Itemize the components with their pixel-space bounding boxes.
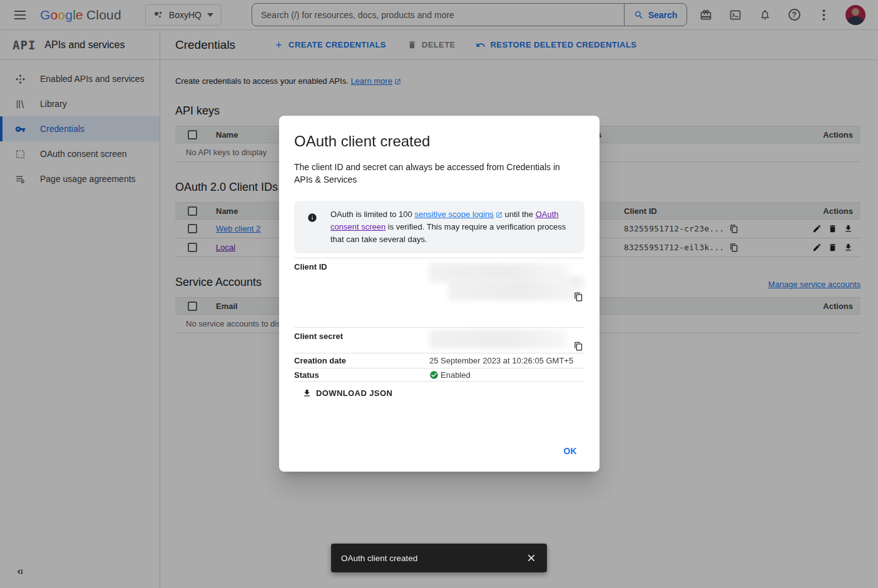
redacted-value bbox=[429, 330, 567, 348]
client-details: Client ID Client secret Creation date 25… bbox=[294, 258, 584, 382]
oauth-client-created-dialog: OAuth client created The client ID and s… bbox=[279, 116, 600, 472]
info-icon bbox=[307, 213, 317, 223]
copy-client-secret-icon[interactable] bbox=[574, 342, 583, 351]
status-row: Status Enabled bbox=[294, 368, 584, 382]
status-label: Status bbox=[294, 370, 429, 380]
sensitive-scope-logins-link[interactable]: sensitive scope logins bbox=[414, 210, 493, 219]
external-link-icon bbox=[496, 211, 503, 218]
creation-date-row: Creation date 25 September 2023 at 10:26… bbox=[294, 353, 584, 368]
client-id-row: Client ID bbox=[294, 258, 584, 305]
redacted-value bbox=[448, 279, 584, 300]
snackbar-toast: OAuth client created bbox=[331, 544, 547, 572]
close-icon[interactable] bbox=[526, 552, 537, 564]
toast-message: OAuth client created bbox=[341, 554, 417, 563]
notice-text: OAuth is limited to 100 sensitive scope … bbox=[330, 208, 576, 246]
redacted-value bbox=[568, 276, 584, 286]
status-badge: Enabled bbox=[441, 370, 471, 380]
client-secret-label: Client secret bbox=[294, 328, 429, 353]
check-circle-icon bbox=[429, 370, 439, 380]
creation-date-value: 25 September 2023 at 10:26:05 GMT+5 bbox=[429, 356, 584, 365]
client-id-label: Client ID bbox=[294, 258, 429, 305]
client-secret-row: Client secret bbox=[294, 327, 584, 353]
download-json-label: DOWNLOAD JSON bbox=[316, 388, 392, 398]
copy-client-id-icon[interactable] bbox=[574, 292, 583, 302]
ok-button[interactable]: OK bbox=[556, 441, 584, 461]
verification-notice: OAuth is limited to 100 sensitive scope … bbox=[294, 201, 584, 253]
notice-part: until the bbox=[503, 210, 536, 219]
download-icon bbox=[302, 388, 312, 398]
row-spacer bbox=[294, 305, 584, 327]
notice-part: OAuth is limited to 100 bbox=[330, 210, 414, 219]
creation-date-label: Creation date bbox=[294, 356, 429, 365]
dialog-title: OAuth client created bbox=[294, 133, 584, 150]
download-json-button[interactable]: DOWNLOAD JSON bbox=[302, 388, 392, 398]
dialog-subtitle: The client ID and secret can always be a… bbox=[294, 161, 569, 186]
